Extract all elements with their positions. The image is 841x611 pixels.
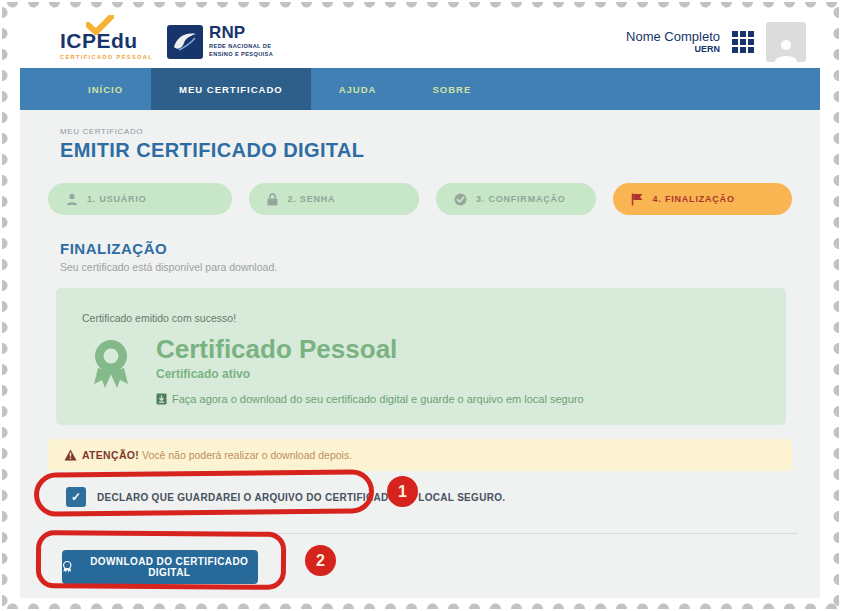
header: ICPEdu CERTIFICADO PESSOAL RNP REDE NACI… [20, 15, 820, 68]
nav-item-sobre[interactable]: SOBRE [404, 68, 499, 110]
logo-group: ICPEdu CERTIFICADO PESSOAL RNP REDE NACI… [60, 23, 273, 60]
step-label: 4. FINALIZAÇÃO [653, 194, 735, 204]
step-label: 1. USUÁRIO [87, 194, 147, 204]
checkbox-declaration: ✓ DECLARO QUE GUARDAREI O ARQUIVO DO CER… [66, 484, 792, 510]
breadcrumb: MEU CERTIFICADO [48, 110, 792, 136]
main-content: MEU CERTIFICADO EMITIR CERTIFICADO DIGIT… [20, 110, 820, 598]
rnp-logo-text: RNP [209, 24, 273, 41]
step-label: 3. CONFIRMAÇÃO [476, 194, 566, 204]
medal-icon [62, 560, 72, 574]
warning-strong: ATENÇÃO! [82, 449, 139, 461]
step-label: 2. SENHA [287, 194, 335, 204]
step-usuario[interactable]: 1. USUÁRIO [48, 183, 232, 215]
apps-grid-icon[interactable] [732, 31, 754, 53]
wizard-steps: 1. USUÁRIO 2. SENHA 3. CONFIRMAÇÃO 4. FI… [48, 183, 792, 215]
user-organization: UERN [626, 44, 720, 54]
warning-text: Você não poderá realizar o download depo… [142, 449, 352, 461]
section-subtitle: Seu certificado está disponível para dow… [60, 261, 792, 273]
download-note: Faça agora o download do seu certificado… [172, 393, 584, 405]
divider [50, 533, 798, 534]
user-icon [66, 193, 78, 205]
rnp-subtitle-line1: REDE NACIONAL DE [209, 43, 273, 51]
certificate-status: Certificado ativo [156, 367, 584, 381]
checkbox-check-icon: ✓ [71, 490, 81, 504]
app-window: ICPEdu CERTIFICADO PESSOAL RNP REDE NACI… [20, 15, 820, 598]
download-certificate-button[interactable]: DOWNLOAD DO CERTIFICADO DIGITAL [62, 550, 258, 584]
page-title: EMITIR CERTIFICADO DIGITAL [48, 139, 792, 162]
warning-triangle-icon [64, 449, 77, 461]
icpedu-check-icon [86, 15, 114, 39]
certificate-title: Certificado Pessoal [156, 336, 584, 363]
flag-icon [631, 193, 644, 206]
download-button-label: DOWNLOAD DO CERTIFICADO DIGITAL [80, 556, 258, 578]
icpedu-logo[interactable]: ICPEdu CERTIFICADO PESSOAL [60, 23, 153, 60]
nav-item-inicio[interactable]: INÍCIO [60, 68, 151, 110]
warning-banner: ATENÇÃO! Você não poderá realizar o down… [48, 439, 792, 471]
success-message: Certificado emitido com sucesso! [82, 312, 762, 324]
checkbox-label: DECLARO QUE GUARDAREI O ARQUIVO DO CERTI… [97, 492, 505, 503]
rnp-subtitle-line2: ENSINO E PESQUISA [209, 51, 273, 59]
rnp-logo[interactable]: RNP REDE NACIONAL DE ENSINO E PESQUISA [167, 24, 273, 59]
step-confirmacao[interactable]: 3. CONFIRMAÇÃO [436, 183, 596, 215]
step-finalizacao[interactable]: 4. FINALIZAÇÃO [613, 183, 792, 215]
avatar[interactable] [766, 22, 806, 62]
success-panel: Certificado emitido com sucesso! Certifi… [56, 288, 786, 425]
stamp-frame: ICPEdu CERTIFICADO PESSOAL RNP REDE NACI… [2, 2, 839, 609]
step-senha[interactable]: 2. SENHA [249, 183, 419, 215]
icpedu-logo-subtitle: CERTIFICADO PESSOAL [60, 54, 153, 60]
nav-item-meu-certificado[interactable]: MEU CERTIFICADO [151, 68, 311, 110]
rnp-bird-icon [167, 25, 203, 59]
user-area: Nome Completo UERN [626, 22, 806, 62]
secure-storage-checkbox[interactable]: ✓ [66, 487, 86, 507]
main-nav: INÍCIO MEU CERTIFICADO AJUDA SOBRE [20, 68, 820, 110]
medal-icon [88, 336, 134, 392]
section-title: FINALIZAÇÃO [60, 240, 792, 257]
download-file-icon [156, 393, 167, 405]
check-circle-icon [454, 193, 467, 206]
nav-item-ajuda[interactable]: AJUDA [311, 68, 405, 110]
user-full-name: Nome Completo [626, 29, 720, 44]
lock-icon [267, 193, 278, 206]
